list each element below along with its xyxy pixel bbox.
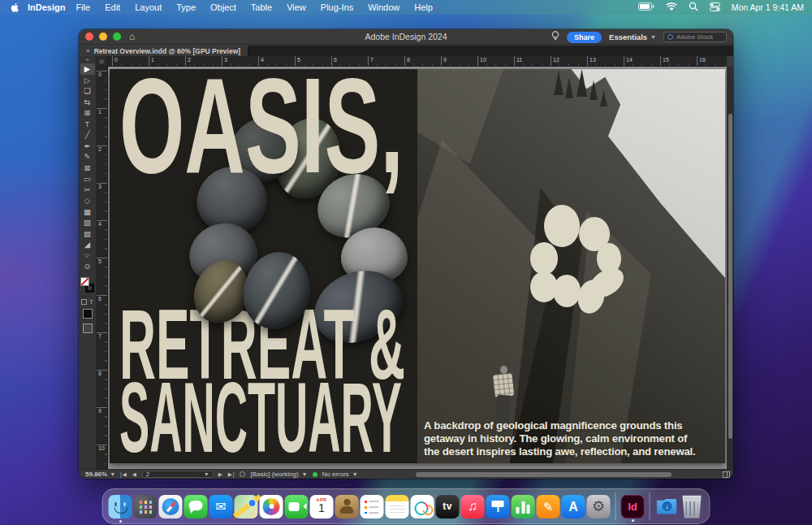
dock-item-facetime[interactable] [285, 495, 309, 518]
apply-color-button[interactable] [83, 309, 93, 319]
ruler-label: 4 [97, 220, 105, 258]
scissors-tool-icon[interactable]: ✂ [80, 184, 95, 196]
tab-close-icon[interactable]: × [86, 47, 90, 54]
hand-tool-icon[interactable]: ☞ [80, 250, 95, 262]
dock-item-notes[interactable] [386, 495, 409, 518]
selection-tool-icon[interactable]: ▶ [80, 63, 95, 75]
type-tool-icon[interactable]: T [80, 119, 95, 130]
dock-item-indesign[interactable]: Id [621, 495, 645, 518]
frame-tool-icon[interactable]: ⊠ [80, 163, 95, 174]
minimize-window-button[interactable] [99, 33, 107, 41]
dock-item-music[interactable] [461, 495, 485, 518]
gradient-feather-tool-icon[interactable]: ▨ [80, 217, 95, 228]
pencil-tool-icon[interactable]: ✎ [80, 151, 95, 163]
line-tool-icon[interactable]: ╱ [80, 129, 95, 141]
dock-item-safari[interactable] [159, 495, 183, 518]
menu-item[interactable]: Table [244, 2, 279, 12]
menu-item[interactable]: Edit [97, 2, 127, 12]
vertical-ruler[interactable]: 012345678910 [97, 67, 108, 469]
menu-bar-clock[interactable]: Mon Apr 1 9:41 AM [732, 2, 804, 12]
document-tab[interactable]: × Retreat Overview.indd @ 60% [GPU Previ… [79, 46, 248, 56]
dock-item-launchpad[interactable] [134, 495, 158, 518]
horizontal-scrollbar-thumb[interactable] [416, 472, 672, 477]
fill-stroke-swatches[interactable] [80, 277, 95, 295]
fill-swatch-none[interactable] [80, 277, 89, 286]
document-canvas[interactable]: OASIS, RETREAT & SANCTUARY [108, 67, 727, 469]
eyedropper-tool-icon[interactable]: ◢ [80, 239, 95, 250]
dock-item-mail[interactable] [209, 495, 233, 518]
vertical-scrollbar[interactable] [727, 67, 733, 469]
note-tool-icon[interactable]: ▤ [80, 228, 95, 240]
dock-item-messages[interactable] [184, 495, 208, 518]
screen-mode-button[interactable] [83, 323, 93, 333]
share-button[interactable]: Share [567, 32, 602, 43]
direct-selection-tool-icon[interactable]: ▷ [80, 75, 95, 86]
last-page-button[interactable]: ▶| [228, 471, 235, 478]
dock-item-keynote[interactable] [486, 495, 510, 518]
dock-item-downloads[interactable] [655, 495, 679, 518]
dock-item-tv[interactable]: tv [436, 495, 460, 518]
page-left[interactable]: OASIS, RETREAT & SANCTUARY [110, 69, 417, 463]
next-page-button[interactable]: ▶ [218, 471, 223, 478]
close-window-button[interactable] [85, 33, 93, 41]
menu-item[interactable]: Plug-Ins [313, 2, 361, 12]
dock-item-photos[interactable] [260, 495, 283, 518]
dock-separator [650, 492, 650, 520]
toolbar-collapse-icon[interactable]: » [86, 57, 89, 63]
content-collector-tool-icon[interactable]: ⊞ [80, 107, 95, 119]
dock-item-reminders[interactable] [361, 495, 384, 518]
wifi-icon[interactable] [666, 2, 677, 13]
gradient-tool-icon[interactable]: ▦ [80, 206, 95, 218]
dock-item-maps[interactable] [235, 495, 258, 518]
dock-item-settings[interactable] [587, 495, 611, 518]
zoom-tool-icon[interactable]: ⊙ [80, 261, 95, 272]
rectangle-tool-icon[interactable]: ▭ [80, 173, 95, 184]
dock-item-finder[interactable] [109, 495, 132, 518]
menu-app-name[interactable]: InDesign [28, 2, 65, 12]
zoom-level-dropdown[interactable]: 59.86%▼ [85, 471, 115, 478]
workspace-switcher[interactable]: Essentials▼ [609, 33, 656, 41]
vertical-scrollbar-thumb[interactable] [728, 114, 732, 439]
error-status-dropdown[interactable]: No errors▼ [322, 471, 358, 478]
control-center-icon[interactable] [710, 2, 720, 13]
ruler-label: 3 [97, 183, 105, 220]
lightbulb-icon[interactable] [551, 30, 559, 45]
search-icon[interactable] [689, 2, 698, 13]
previous-page-button[interactable]: ◀ [132, 471, 137, 478]
menu-item[interactable]: Object [203, 2, 244, 12]
gap-tool-icon[interactable]: ⇆ [80, 97, 95, 108]
home-icon[interactable]: ⌂ [129, 32, 135, 41]
split-pane-icon[interactable] [723, 471, 730, 478]
horizontal-ruler[interactable]: 01234567891011121314151617 [108, 56, 727, 67]
menu-item[interactable]: File [68, 2, 97, 12]
apple-menu-icon[interactable] [8, 2, 21, 13]
page-number-dropdown[interactable]: 2▼ [142, 471, 214, 478]
first-page-button[interactable]: |◀ [120, 471, 127, 478]
adobe-stock-search[interactable]: Adobe Stock [663, 32, 727, 42]
preflight-icon[interactable] [240, 471, 245, 477]
dock-item-contacts[interactable] [335, 495, 359, 518]
dock-item-freeform[interactable] [411, 495, 434, 518]
formatting-toggle[interactable]: T [81, 299, 93, 305]
dock-item-trash[interactable] [680, 495, 704, 518]
free-transform-tool-icon[interactable]: ◇ [80, 195, 95, 206]
dock-item-calendar[interactable]: APR1 [310, 495, 334, 518]
pen-tool-icon[interactable]: ✒ [80, 141, 95, 152]
menu-item[interactable]: Window [361, 2, 407, 12]
dock-item-numbers[interactable] [512, 495, 535, 518]
ruler-origin-corner[interactable]: ⊞ [97, 56, 108, 67]
dock-item-appstore[interactable] [562, 495, 585, 518]
menu-item[interactable]: Type [169, 2, 203, 12]
page-tool-icon[interactable]: ❏ [80, 85, 95, 97]
zoom-window-button[interactable] [113, 33, 121, 41]
page-spread[interactable]: OASIS, RETREAT & SANCTUARY [110, 69, 725, 463]
page-right[interactable]: A backdrop of geological magnificence gr… [417, 69, 725, 463]
window-title-bar[interactable]: ⌂ Adobe InDesign 2024 Share Essentials▼ … [79, 29, 733, 45]
menu-item[interactable]: Help [407, 2, 440, 12]
menu-item[interactable]: View [279, 2, 313, 12]
preflight-profile-dropdown[interactable]: [Basic] (working)▼ [250, 471, 307, 478]
dock-item-pages[interactable] [537, 495, 560, 518]
container-format-icon[interactable] [81, 299, 87, 305]
menu-item[interactable]: Layout [127, 2, 169, 12]
battery-icon[interactable] [638, 2, 654, 12]
